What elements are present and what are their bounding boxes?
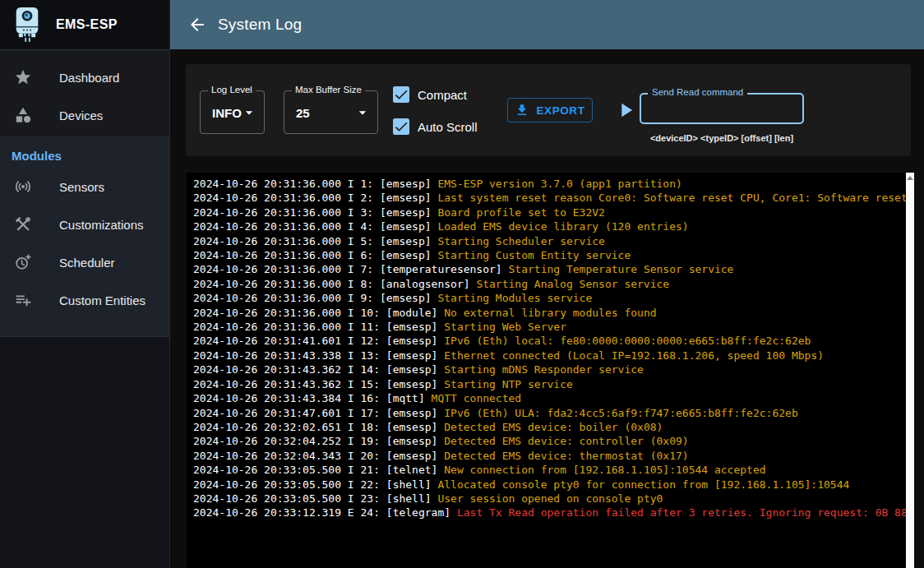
chevron-down-icon <box>241 104 257 121</box>
star-icon <box>14 68 32 86</box>
log-line-message: New connection from [192.168.1.105]:1054… <box>444 464 765 476</box>
log-line-prefix: 2024-10-26 20:31:36.000 I 8: [analogsens… <box>193 278 476 290</box>
sidebar-modules-section: Modules Sensors Customizations Scheduler… <box>0 136 169 337</box>
log-line-message: Last Tx Read operation failed after 3 re… <box>457 506 908 519</box>
log-line-prefix: 2024-10-26 20:32:02.651 I 18: [emsesp] <box>193 421 444 433</box>
log-line: 2024-10-26 20:33:05.500 I 22: [shell] Al… <box>193 478 914 492</box>
sensor-signal-icon <box>14 178 32 196</box>
log-line-message: EMS-ESP version 3.7.0 (app1 partition) <box>437 178 681 190</box>
log-line-prefix: 2024-10-26 20:31:36.000 I 7: [temperatur… <box>193 263 509 275</box>
check-icon <box>393 86 409 103</box>
sidebar-main-list: Dashboard Devices <box>0 50 169 136</box>
sidebar-item-label: Customizations <box>59 218 144 232</box>
log-line-message: Detected EMS device: controller (0x09) <box>444 435 688 447</box>
log-line-message: Starting Modules service <box>437 292 592 304</box>
sidebar-item-label: Scheduler <box>59 256 115 270</box>
scroll-up-arrow-icon[interactable] <box>907 176 913 180</box>
arrow-back-icon[interactable] <box>187 15 207 35</box>
log-line-prefix: 2024-10-26 20:33:12.319 E 24: [telegram] <box>193 506 457 519</box>
log-line: 2024-10-26 20:32:04.343 I 20: [emsesp] D… <box>193 449 914 463</box>
log-line: 2024-10-26 20:31:36.000 I 1: [emsesp] EM… <box>193 177 914 191</box>
log-line-prefix: 2024-10-26 20:33:05.500 I 23: [shell] <box>193 492 437 505</box>
log-console[interactable]: 2024-10-26 20:31:36.000 I 1: [emsesp] EM… <box>187 173 914 568</box>
compact-label: Compact <box>418 88 467 102</box>
log-line: 2024-10-26 20:32:04.252 I 19: [emsesp] D… <box>193 434 914 448</box>
sidebar-item-label: Devices <box>59 109 103 122</box>
max-buffer-size-label: Max Buffer Size <box>292 85 365 95</box>
log-line-message: Board profile set to E32V2 <box>437 206 605 219</box>
chevron-down-icon <box>354 104 371 121</box>
log-line: 2024-10-26 20:31:43.362 I 14: [emsesp] S… <box>193 363 914 376</box>
category-icon <box>14 106 32 124</box>
log-line-message: Starting NTP service <box>444 378 573 390</box>
app-logo-row: EMS-ESP <box>0 0 169 50</box>
compact-checkbox[interactable]: Compact <box>393 85 467 104</box>
log-line-prefix: 2024-10-26 20:33:05.500 I 22: [shell] <box>193 478 437 491</box>
log-line-prefix: 2024-10-26 20:32:04.343 I 20: [emsesp] <box>193 450 444 462</box>
sidebar-item-dashboard[interactable]: Dashboard <box>0 58 169 96</box>
log-line: 2024-10-26 20:31:36.000 I 10: [module] N… <box>193 306 914 320</box>
log-line-prefix: 2024-10-26 20:31:36.000 I 3: [emsesp] <box>193 206 437 219</box>
log-line: 2024-10-26 20:31:43.362 I 15: [emsesp] S… <box>193 377 914 391</box>
send-read-label: Send Read command <box>648 87 747 97</box>
log-line-message: Detected EMS device: thermostat (0x17) <box>444 450 688 462</box>
log-line-message: User session opened on console pty0 <box>437 492 663 505</box>
log-line: 2024-10-26 20:31:43.384 I 16: [mqtt] MQT… <box>193 391 914 405</box>
sidebar-item-custom-entities[interactable]: Custom Entities <box>0 281 169 319</box>
app-title: EMS-ESP <box>56 17 118 32</box>
log-line: 2024-10-26 20:31:47.601 I 17: [emsesp] I… <box>193 406 914 420</box>
log-line: 2024-10-26 20:31:36.000 I 6: [emsesp] St… <box>193 248 914 262</box>
check-icon <box>393 118 409 135</box>
sidebar-modules-list: Sensors Customizations Scheduler Custom … <box>0 168 169 319</box>
sidebar-item-scheduler[interactable]: Scheduler <box>0 243 169 281</box>
sidebar-item-label: Custom Entities <box>59 293 146 307</box>
log-line-prefix: 2024-10-26 20:31:36.000 I 10: [module] <box>193 307 444 319</box>
log-line-prefix: 2024-10-26 20:31:41.601 I 12: [emsesp] <box>193 335 444 347</box>
log-line: 2024-10-26 20:31:36.000 I 9: [emsesp] St… <box>193 291 914 305</box>
log-line-prefix: 2024-10-26 20:31:43.362 I 14: [emsesp] <box>193 363 444 376</box>
max-buffer-size-select[interactable]: Max Buffer Size 25 <box>284 90 378 134</box>
log-line-message: Loaded EMS device library (120 entries) <box>437 220 688 233</box>
log-line: 2024-10-26 20:31:41.601 I 12: [emsesp] I… <box>193 334 914 348</box>
sidebar-item-label: Sensors <box>59 180 104 194</box>
sidebar-item-devices[interactable]: Devices <box>0 96 169 134</box>
log-line: 2024-10-26 20:33:05.500 I 21: [telnet] N… <box>193 463 914 477</box>
log-line: 2024-10-26 20:33:12.319 E 24: [telegram]… <box>193 506 914 520</box>
log-line: 2024-10-26 20:31:36.000 I 7: [temperatur… <box>193 262 914 276</box>
log-line: 2024-10-26 20:32:02.651 I 18: [emsesp] D… <box>193 420 914 434</box>
log-line-message: Starting Custom Entity service <box>437 249 631 261</box>
sidebar-item-sensors[interactable]: Sensors <box>0 168 169 205</box>
log-line-prefix: 2024-10-26 20:33:05.500 I 21: [telnet] <box>193 464 444 476</box>
log-line-prefix: 2024-10-26 20:31:36.000 I 11: [emsesp] <box>193 321 444 333</box>
log-line-prefix: 2024-10-26 20:31:43.338 I 13: [emsesp] <box>193 349 444 362</box>
log-line: 2024-10-26 20:31:36.000 I 4: [emsesp] Lo… <box>193 219 914 233</box>
log-line-prefix: 2024-10-26 20:31:36.000 I 9: [emsesp] <box>193 292 437 304</box>
sidebar-item-label: Dashboard <box>59 71 119 85</box>
auto-scroll-checkbox[interactable]: Auto Scroll <box>393 118 478 136</box>
log-level-label: Log Level <box>208 85 256 95</box>
checkbox-box <box>393 86 409 103</box>
export-button[interactable]: EXPORT <box>507 98 593 122</box>
log-line-prefix: 2024-10-26 20:32:04.252 I 19: [emsesp] <box>193 435 444 447</box>
log-line-message: Starting Temperature Sensor service <box>509 263 734 275</box>
send-read-input[interactable] <box>641 95 802 122</box>
log-controls-panel: Log Level INFO Max Buffer Size 25 Compac… <box>186 64 911 156</box>
log-line: 2024-10-26 20:31:36.000 I 3: [emsesp] Bo… <box>193 205 914 219</box>
page-title: System Log <box>218 16 302 34</box>
sidebar-item-customizations[interactable]: Customizations <box>0 205 169 243</box>
send-read-field: Send Read command <box>640 93 804 124</box>
log-level-select[interactable]: Log Level INFO <box>200 90 265 134</box>
log-line: 2024-10-26 20:33:05.500 I 23: [shell] Us… <box>193 492 914 506</box>
auto-scroll-label: Auto Scroll <box>418 120 478 134</box>
log-line-prefix: 2024-10-26 20:31:36.000 I 4: [emsesp] <box>193 220 437 233</box>
checkbox-box <box>393 118 409 135</box>
log-scrollbar[interactable] <box>906 173 914 568</box>
modules-section-title: Modules <box>12 149 169 163</box>
log-line-message: Ethernet connected (Local IP=192.168.1.2… <box>444 349 824 362</box>
log-line: 2024-10-26 20:31:36.000 I 5: [emsesp] St… <box>193 234 914 248</box>
log-line-prefix: 2024-10-26 20:31:43.384 I 16: [mqtt] <box>193 392 432 404</box>
log-line-message: Last system reset reason Core0: Software… <box>437 192 907 204</box>
send-read-play-icon[interactable] <box>614 99 637 122</box>
log-line: 2024-10-26 20:31:36.000 I 2: [emsesp] La… <box>193 191 914 205</box>
log-line-message: Starting Analog Sensor service <box>476 278 669 290</box>
